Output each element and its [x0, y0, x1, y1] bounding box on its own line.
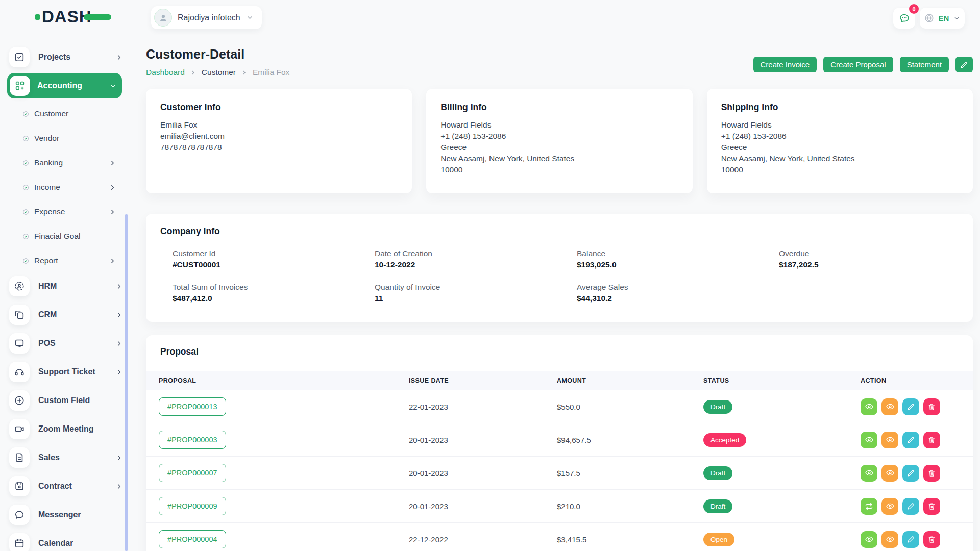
delete-action-button[interactable]: [923, 432, 940, 448]
delete-action-button[interactable]: [923, 465, 940, 482]
sidebar-item-label: Finacial Goal: [34, 232, 80, 241]
chat-icon: [898, 12, 911, 24]
edit-action-button[interactable]: [902, 465, 919, 482]
sidebar: ProjectsAccountingCustomerVendorBankingI…: [0, 36, 129, 551]
proposal-id-link[interactable]: #PROP000004: [159, 530, 226, 548]
delete-action-button[interactable]: [923, 398, 940, 415]
sidebar-item-projects[interactable]: Projects: [9, 44, 123, 70]
sidebar-item-custom-field[interactable]: Custom Field: [9, 387, 123, 414]
sidebar-item-report[interactable]: Report: [0, 248, 123, 273]
chevron-right-icon: [115, 283, 123, 290]
zoom-meeting-icon: [14, 423, 25, 435]
info-line: Greece: [721, 142, 959, 153]
sidebar-item-label: Expense: [34, 207, 65, 216]
sidebar-item-accounting[interactable]: Accounting: [7, 73, 122, 98]
delete-action-button[interactable]: [923, 498, 940, 515]
sidebar-item-crm[interactable]: CRM: [9, 302, 123, 328]
company-field-date-of-creation: Date of Creation10-12-2022: [375, 249, 577, 269]
row-actions: [861, 531, 973, 548]
convert-action-button[interactable]: [861, 498, 877, 515]
issue-date: 20-01-2023: [409, 436, 557, 444]
create-invoice-button[interactable]: Create Invoice: [753, 57, 817, 72]
eye-icon: [886, 468, 895, 478]
sidebar-item-banking[interactable]: Banking: [0, 151, 123, 175]
preview-action-button[interactable]: [881, 498, 898, 515]
hrm-icon: [14, 281, 25, 292]
edit-customer-button[interactable]: [955, 57, 973, 72]
logo-dot: [35, 14, 40, 20]
trash-icon: [927, 502, 936, 511]
proposal-id-link[interactable]: #PROP000009: [159, 497, 226, 515]
logo-bar: [84, 14, 111, 20]
amount: $550.0: [557, 403, 703, 411]
preview-action-button[interactable]: [881, 465, 898, 482]
sidebar-item-finacial-goal[interactable]: Finacial Goal: [0, 224, 123, 248]
chevron-down-icon: [246, 14, 254, 21]
chat-button[interactable]: 0: [893, 8, 915, 29]
pencil-icon: [960, 61, 968, 69]
column-header-amount: AMOUNT: [557, 377, 703, 384]
proposal-row: #PROP00000422-12-2022$3,415.5Open: [146, 523, 973, 551]
chevron-right-icon: [109, 159, 116, 167]
company-info-grid: Customer Id#CUST00001Date of Creation10-…: [173, 249, 959, 303]
sidebar-item-hrm[interactable]: HRM: [9, 273, 123, 299]
trash-icon: [927, 469, 936, 478]
company-field-balance: Balance$193,025.0: [577, 249, 779, 269]
proposal-id-link[interactable]: #PROP000007: [159, 464, 226, 482]
view-action-button[interactable]: [861, 432, 877, 448]
proposal-id-link[interactable]: #PROP000013: [159, 397, 226, 416]
pencil-icon: [907, 469, 915, 477]
proposal-table-body: #PROP00001322-01-2023$550.0Draft#PROP000…: [146, 390, 973, 551]
preview-action-button[interactable]: [881, 398, 898, 415]
sidebar-item-customer[interactable]: Customer: [0, 102, 123, 126]
amount: $210.0: [557, 502, 703, 511]
status-badge: Open: [703, 533, 734, 546]
circle-check-icon: [22, 135, 29, 142]
view-action-button[interactable]: [861, 465, 877, 482]
breadcrumb-item-dashboard[interactable]: Dashboard: [146, 68, 185, 77]
messenger-icon: [14, 509, 25, 520]
create-proposal-button[interactable]: Create Proposal: [823, 57, 893, 72]
breadcrumb-item-customer[interactable]: Customer: [202, 68, 236, 77]
field-label: Balance: [577, 249, 779, 258]
field-label: Average Sales: [577, 283, 779, 292]
view-action-button[interactable]: [861, 531, 877, 548]
proposal-id-link[interactable]: #PROP000003: [159, 431, 226, 449]
sidebar-item-vendor[interactable]: Vendor: [0, 126, 123, 151]
sidebar-item-support-ticket[interactable]: Support Ticket: [9, 359, 123, 385]
company-selector[interactable]: Rajodiya infotech: [151, 6, 262, 29]
edit-action-button[interactable]: [902, 398, 919, 415]
sidebar-item-messenger[interactable]: Messenger: [9, 502, 123, 528]
field-label: Total Sum of Invoices: [173, 283, 375, 292]
calendar-icon: [14, 538, 25, 549]
statement-button[interactable]: Statement: [900, 57, 949, 72]
preview-action-button[interactable]: [881, 531, 898, 548]
proposal-title: Proposal: [160, 346, 973, 357]
view-action-button[interactable]: [861, 398, 877, 415]
sidebar-item-pos[interactable]: POS: [9, 330, 123, 357]
delete-action-button[interactable]: [923, 531, 940, 548]
sidebar-item-expense[interactable]: Expense: [0, 199, 123, 224]
app-logo[interactable]: DASH: [35, 7, 111, 27]
sidebar-item-zoom-meeting[interactable]: Zoom Meeting: [9, 416, 123, 442]
sidebar-item-label: Accounting: [37, 81, 82, 90]
sidebar-scrollbar[interactable]: [125, 214, 128, 551]
edit-action-button[interactable]: [902, 531, 919, 548]
sidebar-item-contract[interactable]: Contract: [9, 473, 123, 499]
edit-action-button[interactable]: [902, 498, 919, 515]
eye-icon: [886, 402, 895, 411]
sidebar-item-label: Projects: [38, 53, 70, 62]
sidebar-item-calendar[interactable]: Calendar: [9, 530, 123, 551]
preview-action-button[interactable]: [881, 432, 898, 448]
sidebar-item-label: POS: [38, 339, 56, 348]
sidebar-item-income[interactable]: Income: [0, 175, 123, 199]
sidebar-item-sales[interactable]: Sales: [9, 444, 123, 471]
sidebar-item-label: Banking: [34, 158, 63, 167]
edit-action-button[interactable]: [902, 432, 919, 448]
info-line: 10000: [721, 164, 959, 176]
status-badge: Draft: [703, 466, 732, 480]
sidebar-item-label: Contract: [38, 482, 72, 491]
language-selector[interactable]: EN: [920, 8, 965, 29]
sidebar-item-label: Zoom Meeting: [38, 424, 93, 434]
globe-icon: [924, 13, 935, 23]
